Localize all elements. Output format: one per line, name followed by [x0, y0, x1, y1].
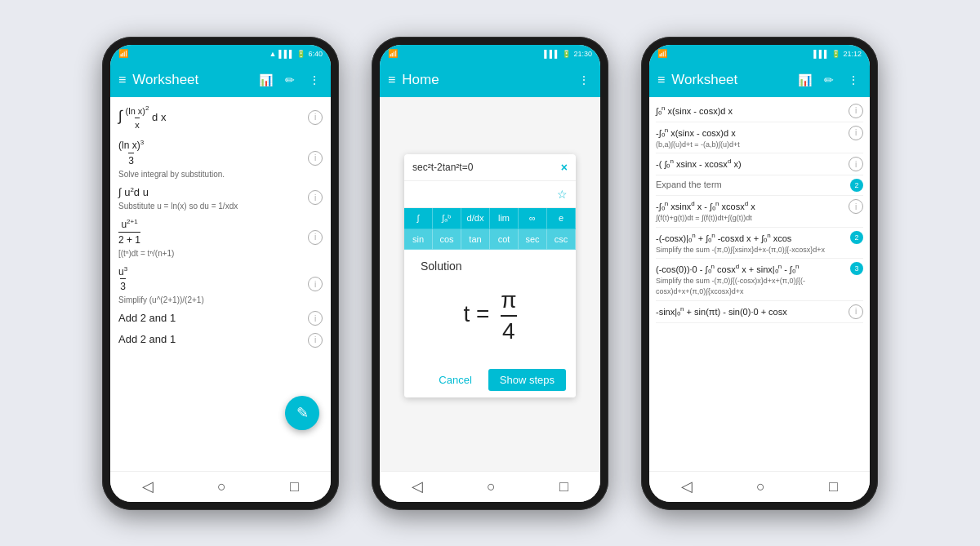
phone-1-block-1: ∫ (ln x)2 x d x i [118, 104, 323, 131]
phone-1-info-6[interactable]: i [308, 311, 323, 326]
phone-1-home-btn[interactable]: ○ [217, 478, 226, 495]
phone-1-formula-2: (ln x)3 3 [118, 138, 323, 168]
phones-container: 📶 ▲ ▌▌▌ 🔋 6:40 ≡ Worksheet 📊 ✏ ⋮ [0, 0, 980, 546]
phone-2-battery-icon: 🔋 [562, 50, 571, 58]
phone-1-block-6: Add 2 and 1 i [118, 311, 323, 326]
phone-2-toolbar: ≡ Home ⋮ [380, 63, 600, 97]
phone-2-input-box: sec²t-2tan²t=0 × ☆ ∫ ∫ₐᵇ d/dx lim [404, 154, 576, 397]
phone-2-key-cos[interactable]: cos [433, 229, 461, 250]
phone-2-key-cot[interactable]: cot [490, 229, 519, 250]
phone-2-key-lim[interactable]: lim [490, 208, 519, 229]
phone-2-key-sin[interactable]: sin [404, 229, 433, 250]
phone-2-home-btn[interactable]: ○ [487, 478, 496, 495]
phone-1-menu-icon[interactable]: ≡ [118, 73, 126, 87]
phone-2: 📶 ▌▌▌ 🔋 21:30 ≡ Home ⋮ sec²t-2tan²t=0 × [372, 37, 608, 510]
phone-1-formula-1: ∫ (ln x)2 x d x [118, 104, 323, 131]
phone-1-desc-4: [(tⁿ)dt = tⁿ/(n+1) [118, 249, 323, 258]
phone-1-formula-7: Add 2 and 1 [118, 332, 323, 347]
phone-3-math-7: -sinx|₀n + sin(πt) - sin(0)·0 + cosx [656, 304, 849, 318]
phone-2-key-integral[interactable]: ∫ [404, 208, 433, 229]
phone-3-status-bar: 📶 ▌▌▌ 🔋 21:12 [649, 45, 870, 63]
phone-2-input-row-2: ☆ [404, 181, 576, 208]
phone-3-item-expand: Expand the term 2 [656, 175, 863, 196]
phone-1-toolbar-icons: 📊 ✏ ⋮ [257, 72, 323, 88]
phone-2-menu-icon[interactable]: ≡ [388, 73, 395, 87]
phone-3-edit-icon[interactable]: ✏ [821, 72, 837, 88]
phone-1-back-btn[interactable]: ◁ [142, 477, 154, 495]
phone-2-back-btn[interactable]: ◁ [412, 477, 423, 495]
phone-3-badge-6: 3 [850, 262, 863, 275]
phone-1-info-1[interactable]: i [308, 110, 323, 125]
phone-3-info-2[interactable]: i [849, 126, 863, 140]
phone-2-solution-label: Solution [421, 260, 559, 273]
phone-2-key-inf[interactable]: ∞ [519, 208, 547, 229]
phone-3-recents-btn[interactable]: □ [829, 478, 838, 495]
phone-2-key-sec[interactable]: sec [519, 229, 547, 250]
phone-2-key-e[interactable]: e [547, 208, 576, 229]
phone-1-signal-bars: ▌▌▌ [278, 50, 294, 58]
phone-3-badge-5: 2 [850, 231, 863, 244]
phone-2-show-steps-btn[interactable]: Show steps [488, 369, 566, 391]
phone-1-toolbar: ≡ Worksheet 📊 ✏ ⋮ [110, 63, 331, 97]
phone-3-expand-label: Expand the term [656, 179, 850, 191]
phone-3-info-4[interactable]: i [849, 199, 863, 214]
phone-1-edit-icon[interactable]: ✏ [282, 72, 298, 88]
phone-3-signal-icon: 📶 [657, 49, 667, 58]
phone-1-screen: 📶 ▲ ▌▌▌ 🔋 6:40 ≡ Worksheet 📊 ✏ ⋮ [110, 45, 331, 502]
phone-3-toolbar: ≡ Worksheet 📊 ✏ ⋮ [649, 63, 870, 97]
phone-2-key-csc[interactable]: csc [547, 229, 576, 250]
phone-2-cancel-btn[interactable]: Cancel [430, 369, 479, 391]
phone-2-solution: Solution t = π 4 [404, 250, 576, 362]
phone-3-back-btn[interactable]: ◁ [681, 477, 693, 495]
phone-3-item-4: -∫₀n xsinxd x - ∫₀n xcosxd x ∫(f(t)+g(t)… [656, 196, 863, 228]
phone-3-info-1[interactable]: i [849, 104, 863, 118]
phone-3-info-7[interactable]: i [849, 304, 863, 319]
phone-1-info-3[interactable]: i [308, 190, 323, 205]
phone-1-formula-3: ∫ u2d u [118, 185, 323, 201]
phone-2-time: 21:30 [573, 50, 592, 58]
phone-1-more-icon[interactable]: ⋮ [306, 72, 323, 88]
phone-1-formula-4: u2+1 2 + 1 [118, 217, 323, 247]
phone-2-close-btn-1[interactable]: × [561, 161, 568, 174]
phone-2-recents-btn[interactable]: □ [559, 478, 568, 495]
phone-2-home-content: sec²t-2tan²t=0 × ☆ ∫ ∫ₐᵇ d/dx lim [380, 97, 600, 471]
phone-2-signal-icon: 📶 [388, 49, 398, 58]
phone-2-key-integral-ab[interactable]: ∫ₐᵇ [433, 208, 461, 229]
phone-3-chart-icon[interactable]: 📊 [796, 72, 813, 88]
phone-2-kb-row-2: sin cos tan cot sec csc [404, 229, 576, 250]
phone-2-key-ddx[interactable]: d/dx [461, 208, 490, 229]
phone-3-info-3[interactable]: i [849, 157, 863, 171]
phone-1-content: ∫ (ln x)2 x d x i (ln x)3 3 [110, 97, 331, 471]
phone-1-chart-icon[interactable]: 📊 [257, 72, 274, 88]
phone-3-sub-2: (b,a)∫(u)d+t = -(a,b)∫(u)d+t [656, 140, 824, 150]
phone-2-key-tan[interactable]: tan [461, 229, 490, 250]
phone-2-title: Home [402, 72, 569, 88]
phone-1-block-3: ∫ u2d u i Substitute u = ln(x) so du = 1… [118, 185, 323, 211]
phone-2-more-icon[interactable]: ⋮ [576, 72, 592, 88]
phone-1-info-7[interactable]: i [308, 333, 323, 348]
phone-2-star-btn[interactable]: ☆ [557, 188, 568, 201]
phone-1-info-4[interactable]: i [308, 230, 323, 245]
phone-3: 📶 ▌▌▌ 🔋 21:12 ≡ Worksheet 📊 ✏ ⋮ [641, 37, 878, 510]
phone-1-battery-icon: 🔋 [296, 50, 305, 58]
phone-3-sub-4: ∫(f(t)+g(t))dt = ∫(f(t))dt+∫(g(t))dt [656, 213, 824, 224]
phone-3-badge-expand: 2 [850, 179, 863, 192]
phone-3-title: Worksheet [671, 72, 790, 88]
phone-1-block-5: u3 3 i Simplify (u^(2+1))/(2+1) [118, 264, 323, 305]
phone-1-info-2[interactable]: i [308, 151, 323, 166]
phone-3-item-1: ∫₀n x(sinx - cosx)d x i [656, 100, 863, 122]
phone-3-menu-icon[interactable]: ≡ [657, 73, 665, 87]
phone-3-item-3: -( ∫₀n xsinx - xcosxd x) i [656, 153, 863, 175]
phone-3-more-icon[interactable]: ⋮ [845, 72, 862, 88]
phone-1-fab[interactable]: ✎ [285, 396, 319, 430]
phone-2-screen: 📶 ▌▌▌ 🔋 21:30 ≡ Home ⋮ sec²t-2tan²t=0 × [380, 45, 600, 502]
phone-1-recents-btn[interactable]: □ [290, 478, 299, 495]
phone-2-keyboard: ∫ ∫ₐᵇ d/dx lim ∞ e sin cos tan cot [404, 208, 576, 250]
phone-3-item-6: (-cos(0))·0 - ∫₀n cosxd x + sinx|₀n - ∫₀… [656, 259, 863, 300]
phone-2-status-bar: 📶 ▌▌▌ 🔋 21:30 [380, 45, 600, 63]
phone-3-math-2: -∫₀n x(sinx - cosx)d x (b,a)∫(u)d+t = -(… [656, 126, 849, 150]
phone-1-info-5[interactable]: i [308, 277, 323, 291]
phone-1-block-4: u2+1 2 + 1 i [(tⁿ)dt = tⁿ/(n+1) [118, 217, 323, 258]
phone-3-sub-5: Simplify the sum -(π,0)∫{xsinx}d+x-(π,0)… [656, 245, 826, 255]
phone-3-home-btn[interactable]: ○ [756, 478, 765, 495]
